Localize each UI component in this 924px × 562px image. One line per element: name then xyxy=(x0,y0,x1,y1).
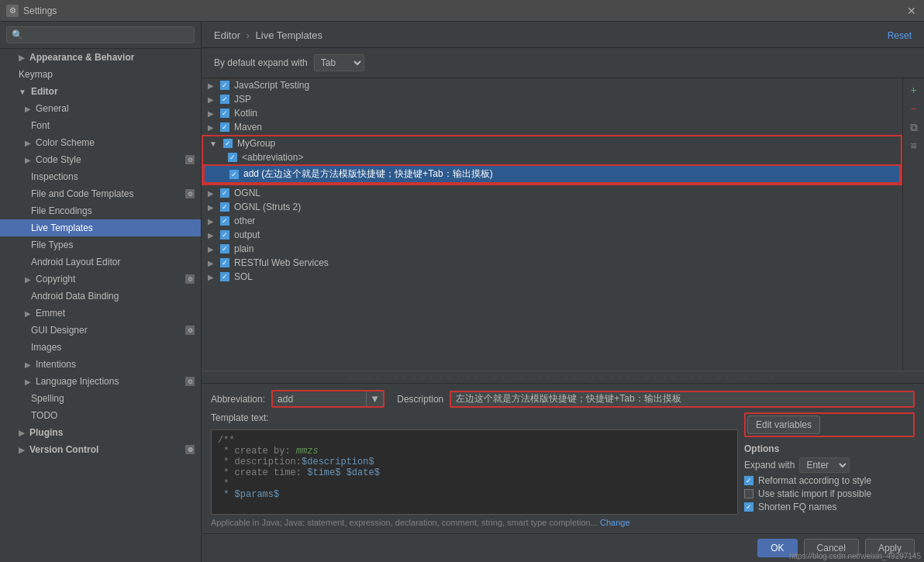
group-checkbox[interactable]: ✓ xyxy=(220,202,229,212)
template-abbreviation[interactable]: ✓ <abbreviation> xyxy=(203,150,901,164)
sidebar-item-spelling[interactable]: Spelling xyxy=(0,390,201,407)
breadcrumb-separator: › xyxy=(247,29,250,41)
bottom-panel: Abbreviation: ▼ Description Template tex… xyxy=(202,383,924,533)
group-label: OGNL (Struts 2) xyxy=(234,202,301,212)
template-editor[interactable]: /** * create by: mmzs * description:$des… xyxy=(211,429,738,515)
applicable-text: Applicable in Java; Java: statement, exp… xyxy=(211,518,598,527)
reformat-checkbox[interactable]: ✓ xyxy=(744,476,753,485)
sidebar-item-codestyle[interactable]: ▶ Code Style ⚙ xyxy=(0,151,201,168)
group-checkbox[interactable]: ✓ xyxy=(220,244,229,253)
sidebar-item-languageinjections[interactable]: ▶ Language Injections ⚙ xyxy=(0,373,201,390)
group-mygroup[interactable]: ▼ ✓ MyGroup xyxy=(203,136,901,150)
group-sol[interactable]: ▶ ✓ SOL xyxy=(202,270,902,284)
breadcrumb-current: Live Templates xyxy=(256,29,322,41)
arrow-icon: ▼ xyxy=(19,88,26,96)
sidebar-item-plugins[interactable]: ▶ Plugins xyxy=(0,424,201,441)
abbr-input[interactable] xyxy=(273,392,366,406)
sidebar-item-fileencodings[interactable]: File Encodings xyxy=(0,202,201,219)
group-kotlin[interactable]: ▶ ✓ Kotlin xyxy=(202,106,902,120)
group-label: OGNL xyxy=(234,188,260,198)
shorten-fq-checkbox[interactable]: ✓ xyxy=(744,502,753,512)
group-output[interactable]: ▶ ✓ output xyxy=(202,228,902,242)
sidebar-item-guidesigner[interactable]: GUI Designer ⚙ xyxy=(0,322,201,339)
expand-with-select[interactable]: Enter Tab Space xyxy=(799,457,850,473)
arrow-icon: ▶ xyxy=(208,217,214,226)
gear-icon: ⚙ xyxy=(185,189,195,198)
edit-variables-button[interactable]: Edit variables xyxy=(747,415,820,434)
sidebar-item-editor[interactable]: ▼ Editor xyxy=(0,83,201,100)
edit-vars-panel: Edit variables Options Expand with Enter… xyxy=(744,412,915,515)
content-area: Editor › Live Templates Reset By default… xyxy=(202,22,924,562)
sidebar-item-images[interactable]: Images xyxy=(0,339,201,356)
group-checkbox[interactable]: ✓ xyxy=(223,139,233,148)
abbr-dropdown-button[interactable]: ▼ xyxy=(366,391,383,406)
static-import-label: Use static import if possible xyxy=(758,488,871,499)
arrow-icon: ▶ xyxy=(25,139,31,147)
group-restful[interactable]: ▶ ✓ RESTful Web Services xyxy=(202,256,902,270)
desc-input[interactable] xyxy=(451,392,913,406)
sidebar-item-todo[interactable]: TODO xyxy=(0,407,201,424)
copy-template-button[interactable]: ⧉ xyxy=(905,119,922,136)
group-checkbox[interactable]: ✓ xyxy=(220,95,229,104)
sidebar-item-inspections[interactable]: Inspections xyxy=(0,168,201,185)
sidebar-item-fileandcode[interactable]: File and Code Templates ⚙ xyxy=(0,185,201,202)
group-ognl[interactable]: ▶ ✓ OGNL xyxy=(202,186,902,200)
template-label: add (左边这个就是方法模版快捷键；快捷键+Tab：输出摸板) xyxy=(243,167,493,181)
expand-label: By default expand with xyxy=(214,57,308,68)
group-checkbox[interactable]: ✓ xyxy=(220,109,229,118)
arrow-icon: ▶ xyxy=(208,203,214,212)
arrow-icon: ▶ xyxy=(208,95,214,104)
shorten-fq-label: Shorten FQ names xyxy=(758,502,836,512)
group-checkbox[interactable]: ✓ xyxy=(220,81,229,90)
sidebar-item-emmet[interactable]: ▶ Emmet xyxy=(0,305,201,322)
change-link[interactable]: Change xyxy=(600,518,630,527)
group-checkbox[interactable]: ✓ xyxy=(220,216,229,226)
sidebar-item-androidlayout[interactable]: Android Layout Editor xyxy=(0,253,201,271)
expand-select[interactable]: Tab Enter Space xyxy=(314,54,364,71)
template-text-section: Template text: /** * create by: mmzs * d… xyxy=(211,412,738,515)
template-add[interactable]: ✓ add (左边这个就是方法模版快捷键；快捷键+Tab：输出摸板) xyxy=(203,164,901,184)
sidebar-item-label: Keymap xyxy=(19,69,53,80)
template-checkbox[interactable]: ✓ xyxy=(228,153,237,162)
sidebar-item-androiddatabinding[interactable]: Android Data Binding xyxy=(0,288,201,305)
group-label: SOL xyxy=(234,271,253,282)
group-plain[interactable]: ▶ ✓ plain xyxy=(202,242,902,256)
group-checkbox[interactable]: ✓ xyxy=(220,258,229,267)
sidebar-item-keymap[interactable]: Keymap xyxy=(0,66,201,83)
remove-template-button[interactable]: − xyxy=(905,100,922,117)
sidebar-item-copyright[interactable]: ▶ Copyright ⚙ xyxy=(0,271,201,288)
sidebar-item-label: Code Style xyxy=(36,154,81,165)
titlebar: ⚙ Settings ✕ xyxy=(0,0,924,22)
shorten-fq-row: ✓ Shorten FQ names xyxy=(744,502,915,512)
group-checkbox[interactable]: ✓ xyxy=(220,122,229,132)
group-checkbox[interactable]: ✓ xyxy=(220,230,229,240)
group-other[interactable]: ▶ ✓ other xyxy=(202,214,902,228)
sidebar-item-appearance[interactable]: ▶ Appearance & Behavior xyxy=(0,49,201,66)
sidebar-item-filetypes[interactable]: File Types xyxy=(0,236,201,253)
reset-button[interactable]: Reset xyxy=(888,30,912,41)
group-jsp[interactable]: ▶ ✓ JSP xyxy=(202,92,902,106)
arrow-icon: ▶ xyxy=(19,53,25,62)
sidebar-item-label: General xyxy=(36,103,69,114)
add-template-button[interactable]: + xyxy=(905,81,922,98)
sidebar-item-general[interactable]: ▶ General xyxy=(0,100,201,117)
group-maven[interactable]: ▶ ✓ Maven xyxy=(202,120,902,134)
sidebar-item-colorscheme[interactable]: ▶ Color Scheme xyxy=(0,134,201,151)
sidebar-item-versioncontrol[interactable]: ▶ Version Control ⚙ xyxy=(0,441,201,458)
sidebar-item-font[interactable]: Font xyxy=(0,117,201,134)
group-js-testing[interactable]: ▶ ✓ JavaScript Testing xyxy=(202,78,902,92)
template-checkbox[interactable]: ✓ xyxy=(229,170,239,179)
group-ognl-struts[interactable]: ▶ ✓ OGNL (Struts 2) xyxy=(202,200,902,214)
static-import-row: Use static import if possible xyxy=(744,488,915,499)
sidebar-item-label: File Encodings xyxy=(31,205,92,216)
sidebar-item-intentions[interactable]: ▶ Intentions xyxy=(0,356,201,373)
static-import-checkbox[interactable] xyxy=(744,489,753,498)
search-input[interactable] xyxy=(6,26,195,43)
group-checkbox[interactable]: ✓ xyxy=(220,272,229,281)
sidebar-item-label: Intentions xyxy=(36,359,76,370)
desc-label: Description xyxy=(397,394,443,405)
move-template-button[interactable]: ≡ xyxy=(905,137,922,154)
sidebar-item-livetemplates[interactable]: Live Templates xyxy=(0,219,201,236)
close-button[interactable]: ✕ xyxy=(905,5,918,17)
group-checkbox[interactable]: ✓ xyxy=(220,188,229,198)
